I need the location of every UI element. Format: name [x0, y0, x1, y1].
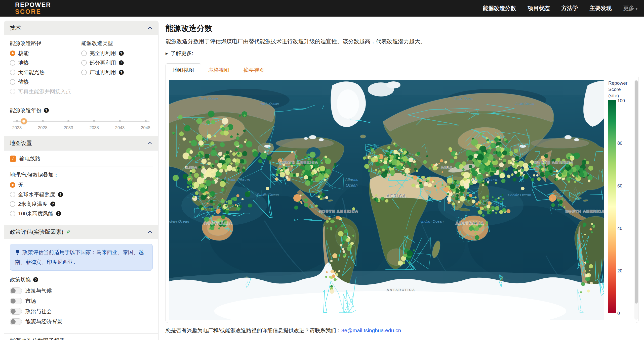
map-card: Arctic OceanArctic OceanArctic OceanArct…	[166, 77, 638, 323]
tab-1[interactable]: 表格视图	[201, 64, 236, 77]
nav-item-status[interactable]: 项目状态	[528, 5, 550, 12]
map-settings-body: ✓ 输电线路 地理/气候数据叠加： 无全球水平辐照度?2米高度温度?100米高度…	[4, 151, 158, 225]
nav-item-methodology[interactable]: 方法学	[561, 5, 578, 12]
toggle-knob	[11, 299, 16, 304]
chevron-up-icon	[147, 140, 153, 146]
svg-text:NORTH AMERICA: NORTH AMERICA	[279, 160, 318, 164]
overlay-group-label: 地理/气候数据叠加：	[10, 171, 153, 178]
checkbox-check-icon: ✓	[10, 156, 16, 162]
toggle-knob	[11, 319, 16, 324]
divider	[10, 102, 153, 102]
legend-title-line: (site)	[608, 92, 633, 99]
help-icon[interactable]: ?	[119, 60, 124, 65]
app-logo[interactable]: REPOWER SCORE	[15, 2, 51, 15]
year-slider[interactable]	[13, 118, 150, 124]
radio-label: 太阳能光热	[18, 69, 45, 76]
toggle-row-2: 政治与社会	[10, 308, 153, 315]
legend-tick-20: 20	[617, 268, 622, 274]
scrollbar-thumb[interactable]	[635, 80, 638, 304]
help-icon[interactable]: ?	[119, 70, 124, 75]
section-header-technology[interactable]: 技术	[4, 21, 158, 35]
section-header-policy[interactable]: 政策评估(实验版因素)	[4, 225, 158, 239]
slider-tick-label: 2028	[38, 125, 48, 130]
toggle-switch-3[interactable]	[10, 318, 22, 325]
svg-text:Arctic Ocean: Arctic Ocean	[260, 102, 279, 106]
main-content: 能源改造分数 能源改造分数用于评估燃煤电厂由替代能源技术进行改造升级的适宜性。该…	[166, 20, 644, 334]
chevron-down-icon	[147, 338, 153, 340]
radio-dot	[10, 201, 15, 207]
nav-item-more[interactable]: 更多▾	[623, 5, 637, 12]
svg-text:Arctic Ocean: Arctic Ocean	[199, 96, 218, 100]
tab-0[interactable]: 地图视图	[166, 63, 201, 77]
svg-text:Arctic Ocean: Arctic Ocean	[454, 96, 473, 100]
chevron-up-icon	[147, 229, 153, 235]
svg-text:ASIA: ASIA	[186, 165, 198, 169]
radio-overlay-3[interactable]: 100米高度风能?	[10, 210, 153, 217]
radio-path-3[interactable]: 储热	[10, 78, 81, 85]
radio-dot	[10, 60, 15, 66]
page-title: 能源改造分数	[166, 23, 638, 34]
radio-path-1[interactable]: 地热	[10, 59, 81, 66]
slider-tick	[145, 120, 147, 122]
radio-path-4[interactable]: 可再生能源并网接入点	[10, 88, 81, 95]
toggle-switch-1[interactable]	[10, 298, 22, 304]
radio-dot	[81, 51, 87, 56]
slider-tick-label: 2033	[64, 125, 73, 130]
toggle-switch-2[interactable]	[10, 308, 22, 315]
svg-text:Indian Ocean: Indian Ocean	[169, 219, 189, 223]
legend-tick-80: 80	[617, 141, 622, 146]
svg-text:SOUTH AMERICA: SOUTH AMERICA	[566, 209, 604, 213]
toggle-knob	[11, 309, 16, 314]
legend-tick-100: 100	[617, 98, 625, 104]
repower-type-options: 完全再利用?部分再利用?厂址再利用?	[81, 50, 153, 76]
slider-tick	[42, 120, 44, 122]
svg-text:Pacific Ocean: Pacific Ocean	[508, 193, 531, 197]
tab-2[interactable]: 摘要视图	[236, 64, 272, 77]
transmission-lines-checkbox[interactable]: ✓ 输电线路	[10, 155, 153, 162]
radio-dot	[10, 51, 15, 56]
collapsed-sections: 能源改造分数因子权重用户模式电厂搜索数据筛选器	[4, 334, 158, 340]
toggle-switch-0[interactable]	[10, 287, 22, 294]
slider-tick	[119, 120, 121, 122]
radio-overlay-0[interactable]: 无	[10, 181, 153, 188]
radio-dot	[10, 192, 15, 197]
radio-path-0[interactable]: 核能	[10, 50, 81, 57]
toggle-row-1: 市场	[10, 298, 153, 305]
legend-title-line: Score	[608, 86, 633, 92]
vertical-scrollbar[interactable]	[634, 80, 638, 320]
radio-dot	[81, 70, 87, 75]
help-icon[interactable]: ?	[56, 211, 61, 216]
radio-type-1[interactable]: 部分再利用?	[81, 59, 153, 66]
radio-type-0[interactable]: 完全再利用?	[81, 50, 153, 57]
help-icon[interactable]: ?	[119, 51, 124, 56]
policy-toggles: 政策与气候市场政治与社会能源与经济背景	[10, 287, 153, 325]
nav-item-findings[interactable]: 主要发现	[589, 5, 612, 12]
slider-handle[interactable]	[21, 118, 27, 124]
svg-text:AFRICA: AFRICA	[387, 194, 406, 198]
slider-tick-label: 2038	[89, 125, 99, 130]
contact-email-link[interactable]: 3e@mail.tsinghua.edu.cn	[341, 327, 401, 333]
learn-more-toggle[interactable]: ▶ 了解更多:	[166, 50, 638, 57]
svg-text:Pacific Ocean: Pacific Ocean	[224, 177, 250, 182]
help-icon[interactable]: ?	[58, 192, 63, 197]
nav-item-score[interactable]: 能源改造分数	[483, 5, 516, 12]
svg-text:Pacific Ocean: Pacific Ocean	[257, 193, 279, 197]
toggle-label: 能源与经济背景	[25, 318, 62, 325]
toggle-knob	[11, 288, 16, 293]
lightbulb-icon	[15, 249, 20, 258]
svg-text:Ocean: Ocean	[346, 183, 357, 187]
help-icon[interactable]: ?	[33, 277, 38, 282]
legend-title: RepowerScore(site)	[608, 80, 633, 99]
section-header-map-settings[interactable]: 地图设置	[4, 136, 158, 151]
world-map[interactable]: Arctic OceanArctic OceanArctic OceanArct…	[169, 80, 604, 320]
radio-overlay-2[interactable]: 2米高度温度?	[10, 201, 153, 208]
radio-type-2[interactable]: 厂址再利用?	[81, 69, 153, 76]
radio-label: 地热	[18, 59, 29, 66]
help-icon[interactable]: ?	[44, 108, 49, 113]
radio-overlay-1[interactable]: 全球水平辐照度?	[10, 191, 153, 198]
help-icon[interactable]: ?	[50, 202, 55, 207]
logo-line1: REPOWER	[15, 2, 51, 8]
svg-text:ASIA: ASIA	[441, 165, 453, 169]
section-header-collapsed-0[interactable]: 能源改造分数因子权重	[4, 334, 158, 340]
radio-path-2[interactable]: 太阳能光热	[10, 69, 81, 76]
